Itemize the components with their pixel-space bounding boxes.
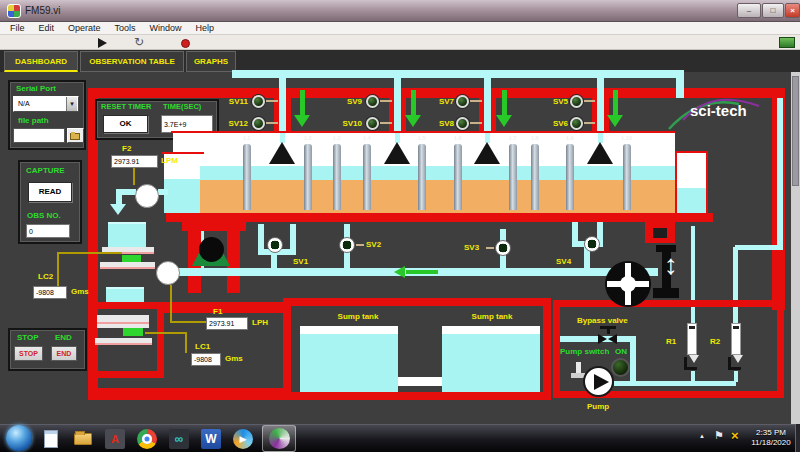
pump-switch-toggle[interactable] [576,362,581,373]
text-editor-icon [44,430,58,448]
lc2-collection-tank [108,222,146,247]
action-center-flag-icon[interactable]: ⚑ [714,429,724,442]
lc1-collection-tank [106,287,144,302]
stand-leg [227,231,240,293]
maximize-button[interactable]: □ [762,3,784,18]
taskbar-item-word[interactable]: W [196,425,226,452]
on-label: ON [615,347,627,356]
tray-expand-icon[interactable]: ▲ [699,433,705,439]
panel-mini-icon [779,37,795,48]
f2-unit-label: LPM [161,156,178,165]
scrollbar-thumb[interactable] [792,76,799,186]
pump-label: Pump [587,402,609,411]
piezometer-tube [531,144,539,210]
sv11-led [252,95,265,108]
time-sec-label: TIME(SEC) [163,102,201,111]
lc2-display: -9808 [33,286,67,299]
rotameter-valve-arrow [689,355,699,363]
rotameter-valve [684,367,697,370]
lc2-label: LC2 [38,272,53,281]
piezometer-tube [363,144,371,210]
sump-tank-2-water [442,334,540,392]
sensor-wire [57,252,59,286]
lever-base [653,288,679,298]
abort-icon[interactable] [181,39,190,48]
minimize-button[interactable]: – [737,3,761,18]
sensor-wire [170,285,172,323]
up-down-arrow-icon: ↕ [664,248,678,282]
menu-file[interactable]: File [4,22,31,35]
led-wire [470,100,482,102]
stand-crossbar [182,222,246,231]
file-path-input[interactable] [13,128,65,143]
led-wire [356,244,364,246]
pipe-arrow-down [110,204,126,215]
reset-timer-label: RESET TIMER [101,102,151,111]
sv12-led [252,117,265,130]
sensor-wire [57,252,122,254]
outlet-tank-water [677,188,706,213]
sv9-led [366,95,379,108]
dropdown-arrow-icon[interactable]: ▾ [66,97,77,111]
alert-x-icon[interactable]: × [731,428,739,443]
flow-arrow-down [300,90,305,116]
taskbar-item-chrome[interactable] [132,425,162,452]
menu-tools[interactable]: Tools [109,22,142,35]
end-button[interactable]: END [51,346,77,361]
serial-port-dropdown[interactable]: N/A ▾ [13,96,79,112]
brand-logo: sci-tech [690,102,747,119]
piezometer-label: L10 [617,135,637,141]
rotameter-valve [728,367,741,370]
pipe [271,255,277,268]
menu-edit[interactable]: Edit [33,22,61,35]
taskbar-item-text-editor[interactable] [36,425,66,452]
piezometer-tube [454,144,462,210]
reset-ok-button[interactable]: OK [103,115,148,133]
run-continuous-icon[interactable]: ↻ [134,35,144,49]
obs-no-input[interactable]: 0 [26,224,70,238]
read-button[interactable]: READ [28,182,72,202]
taskbar-item-media-player[interactable]: ▶ [228,425,258,452]
stop-button[interactable]: STOP [14,346,43,361]
led-wire [266,122,278,124]
sump-tank-2 [442,326,540,334]
stop-label: STOP [17,333,39,342]
menu-operate[interactable]: Operate [62,22,107,35]
obs-no-label: OBS NO. [27,211,61,220]
pump-on-led [611,358,630,377]
sv4-valve [584,236,600,252]
start-button[interactable] [6,425,32,451]
f2-label: F2 [122,144,131,153]
pipe [279,76,286,133]
taskbar-item-infinity[interactable]: ∞ [164,425,194,452]
end-label: END [55,333,72,342]
led-wire [380,100,392,102]
sensor-wire [185,332,187,353]
r1-label: R1 [666,337,676,346]
piezometer-label: L5 [412,135,432,141]
sand-layer [198,180,675,213]
flowmeter-f2 [135,184,159,208]
pdf-reader-icon: A [105,429,125,449]
browse-button[interactable] [67,128,84,143]
menu-help[interactable]: Help [190,22,221,35]
tab-dashboard[interactable]: DASHBOARD [4,51,78,72]
tab-graphs[interactable]: GRAPHS [186,51,236,72]
spray-cone [587,142,613,164]
clock-time: 2:35 PM [746,428,796,438]
piezometer-label: L9 [560,135,580,141]
run-icon[interactable] [98,38,107,48]
labview-app-icon [7,4,21,18]
flow-arrow-down [411,90,416,116]
taskbar-item-labview-active[interactable] [262,425,296,452]
tab-observation-table[interactable]: OBSERVATION TABLE [80,51,184,72]
lc2-unit-label: Gms [71,287,89,296]
rotameter-float [689,326,695,329]
scale-plate [95,343,152,345]
show-desktop-button[interactable] [795,424,800,452]
taskbar-item-pdf[interactable]: A [100,425,130,452]
close-button[interactable]: × [785,3,800,18]
menu-window[interactable]: Window [144,22,188,35]
taskbar-item-explorer[interactable] [68,425,98,452]
taskbar-clock[interactable]: 2:35 PM 11/18/2020 [746,428,796,448]
